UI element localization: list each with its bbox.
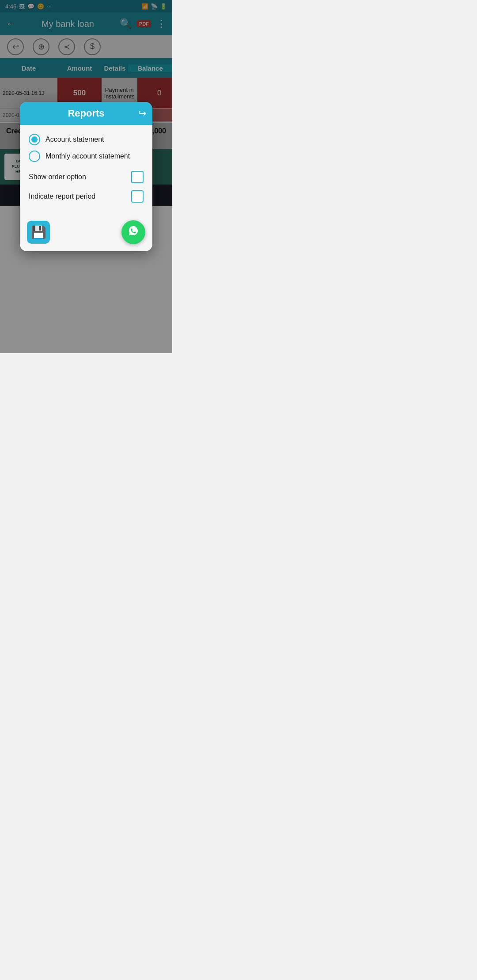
radio-account-statement-label: Account statement bbox=[45, 136, 104, 143]
show-order-option-label: Show order option bbox=[29, 173, 86, 181]
indicate-report-period-checkbox[interactable] bbox=[131, 190, 144, 203]
reports-dialog: Reports ↪ Account statement Monthly acco… bbox=[20, 102, 152, 251]
save-icon: 💾 bbox=[31, 225, 46, 240]
show-order-option-row: Show order option bbox=[29, 171, 144, 183]
radio-account-statement-indicator bbox=[29, 134, 40, 145]
radio-account-statement[interactable]: Account statement bbox=[29, 134, 144, 145]
save-button[interactable]: 💾 bbox=[27, 221, 50, 244]
dialog-body: Account statement Monthly account statem… bbox=[20, 125, 152, 217]
radio-monthly-account-statement-label: Monthly account statement bbox=[45, 152, 130, 160]
indicate-report-period-label: Indicate report period bbox=[29, 192, 95, 200]
dialog-share-button[interactable]: ↪ bbox=[138, 108, 146, 119]
radio-monthly-account-statement-indicator bbox=[29, 151, 40, 162]
show-order-option-checkbox[interactable] bbox=[131, 171, 144, 183]
report-type-radio-group: Account statement Monthly account statem… bbox=[29, 134, 144, 162]
dialog-title: Reports bbox=[68, 108, 104, 119]
whatsapp-share-button[interactable] bbox=[121, 220, 145, 244]
dialog-footer: 💾 bbox=[20, 217, 152, 251]
dialog-header: Reports ↪ bbox=[20, 102, 152, 125]
modal-overlay: Reports ↪ Account statement Monthly acco… bbox=[0, 0, 172, 353]
indicate-report-period-row: Indicate report period bbox=[29, 190, 144, 203]
whatsapp-icon bbox=[126, 223, 141, 241]
radio-monthly-account-statement[interactable]: Monthly account statement bbox=[29, 151, 144, 162]
